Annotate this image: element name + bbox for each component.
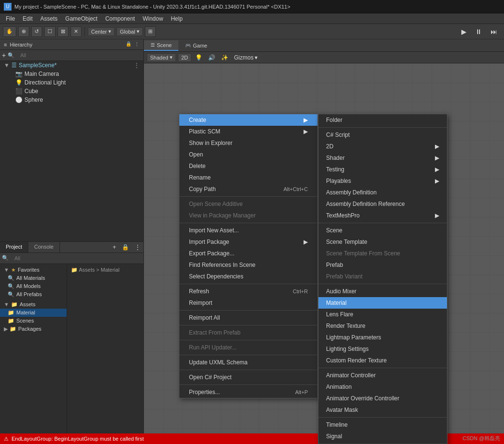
sub-playables[interactable]: Playables ▶ [318, 175, 447, 187]
sub-avatar-mask[interactable]: Avatar Mask [318, 404, 447, 416]
sub-shader[interactable]: Shader ▶ [318, 152, 447, 164]
tool-rotate[interactable]: ↺ [31, 26, 42, 37]
ctx-select-dependencies[interactable]: Select Dependencies [179, 271, 317, 282]
tool-hand[interactable]: ✋ [3, 26, 16, 37]
menu-help[interactable]: Help [167, 14, 187, 23]
play-button[interactable]: ▶ [457, 27, 470, 36]
scenes-folder-item[interactable]: 📁 Scenes [0, 317, 67, 325]
sub-scene-template[interactable]: Scene Template [318, 236, 447, 248]
hierarchy-item-samplescene[interactable]: ▼ ☰ SampleScene* ⋮ [0, 61, 143, 70]
ctx-properties[interactable]: Properties... Alt+P [179, 386, 317, 398]
sub-lens-flare[interactable]: Lens Flare [318, 309, 447, 320]
ctx-sep-5 [179, 325, 317, 325]
step-button[interactable]: ⏭ [487, 27, 501, 36]
ctx-open-csharp[interactable]: Open C# Project [179, 372, 317, 383]
tab-project[interactable]: Project [0, 242, 28, 252]
assets-group[interactable]: ▼ 📁 Assets [0, 300, 67, 309]
sub-testing[interactable]: Testing ▶ [318, 164, 447, 175]
tool-scale[interactable]: ☐ [44, 26, 56, 37]
project-lock-icon[interactable]: 🔒 [119, 242, 132, 252]
global-dropdown[interactable]: Global ▾ [117, 27, 143, 36]
2d-button[interactable]: 2D [178, 53, 191, 62]
tool-move[interactable]: ⊕ [18, 26, 29, 37]
sub-scene[interactable]: Scene [318, 225, 447, 236]
ctx-export-package[interactable]: Export Package... [179, 248, 317, 259]
menu-window[interactable]: Window [139, 14, 167, 23]
sub-signal[interactable]: Signal [318, 431, 447, 442]
tool-rect[interactable]: ⊠ [58, 26, 69, 37]
effects-toggle[interactable]: ✨ [219, 54, 230, 61]
project-dots[interactable]: ⋮ [132, 242, 143, 252]
ctx-rename[interactable]: Rename [179, 172, 317, 183]
sub-assembly-def-ref[interactable]: Assembly Definition Reference [318, 198, 447, 210]
sub-folder[interactable]: Folder [318, 114, 447, 126]
pause-button[interactable]: ⏸ [471, 27, 486, 36]
tool-transform[interactable]: ✕ [70, 26, 82, 37]
add-hierarchy-button[interactable]: + [2, 51, 6, 59]
add-project-button[interactable]: + [110, 242, 119, 252]
sub-animator-controller[interactable]: Animator Controller [318, 370, 447, 381]
ctx-import-new-asset[interactable]: Import New Asset... [179, 225, 317, 236]
sub-render-texture[interactable]: Render Texture [318, 320, 447, 332]
sub-animator-override-controller[interactable]: Animator Override Controller [318, 393, 447, 404]
scene-icon: ☰ [12, 62, 17, 69]
tab-game[interactable]: 🎮 Game [178, 41, 214, 50]
grid-button[interactable]: ⊞ [145, 26, 156, 37]
ctx-sep-7 [179, 355, 317, 355]
all-prefabs-item[interactable]: 🔍 All Prefabs [0, 290, 67, 299]
packages-group[interactable]: ▶ 📁 Packages [0, 325, 67, 333]
sub-custom-render-texture[interactable]: Custom Render Texture [318, 355, 447, 366]
sub-audio-mixer[interactable]: Audio Mixer [318, 286, 447, 297]
hierarchy-item-maincamera[interactable]: 📷 Main Camera [0, 70, 143, 78]
light-toggle[interactable]: 💡 [193, 54, 204, 61]
ctx-reimport[interactable]: Reimport [179, 297, 317, 309]
ctx-reimport-all[interactable]: Reimport All [179, 312, 317, 324]
sub-lightmap-params[interactable]: Lightmap Parameters [318, 332, 447, 343]
ctx-show-explorer[interactable]: Show in Explorer [179, 137, 317, 149]
all-prefabs-label: All Prefabs [16, 291, 42, 297]
sub-timeline[interactable]: Timeline [318, 419, 447, 431]
ctx-import-package[interactable]: Import Package ▶ [179, 236, 317, 248]
sub-testing-arrow: ▶ [435, 166, 439, 173]
sub-textmeshpro[interactable]: TextMeshPro ▶ [318, 210, 447, 221]
global-label: Global [120, 29, 135, 35]
menu-file[interactable]: File [2, 14, 19, 23]
sub-2d[interactable]: 2D ▶ [318, 141, 447, 152]
sub-assembly-def[interactable]: Assembly Definition [318, 187, 447, 198]
sub-material[interactable]: Material [318, 297, 447, 309]
menu-edit[interactable]: Edit [19, 14, 36, 23]
ctx-update-uxml[interactable]: Update UXML Schema [179, 357, 317, 368]
ctx-find-references[interactable]: Find References In Scene [179, 259, 317, 271]
hierarchy-dots[interactable]: ⋮ [134, 41, 140, 48]
sub-animation[interactable]: Animation [318, 381, 447, 393]
tab-scene[interactable]: ☰ Scene [144, 40, 178, 51]
all-models-item[interactable]: 🔍 All Models [0, 282, 67, 290]
sub-csharp-script[interactable]: C# Script [318, 129, 447, 141]
hierarchy-item-cube[interactable]: ⬛ Cube [0, 87, 143, 96]
hierarchy-item-directionallight[interactable]: 💡 Directional Light [0, 78, 143, 87]
ctx-open[interactable]: Open [179, 149, 317, 160]
project-search[interactable] [11, 254, 141, 263]
ctx-copy-path[interactable]: Copy Path Alt+Ctrl+C [179, 183, 317, 195]
favorites-group[interactable]: ▼ ★ Favorites [0, 266, 67, 274]
sub-lighting-settings[interactable]: Lighting Settings [318, 343, 447, 355]
menu-assets[interactable]: Assets [36, 14, 61, 23]
hierarchy-item-sphere[interactable]: ⚪ Sphere [0, 96, 143, 104]
menu-component[interactable]: Component [101, 14, 139, 23]
ctx-delete[interactable]: Delete [179, 160, 317, 172]
gizmos-dropdown[interactable]: Gizmos ▾ [232, 54, 259, 61]
hierarchy-search[interactable] [16, 51, 141, 60]
lock-icon[interactable]: 🔒 [126, 41, 131, 48]
menu-gameobject[interactable]: GameObject [61, 14, 101, 23]
scene-dots[interactable]: ⋮ [134, 62, 140, 69]
sub-prefab[interactable]: Prefab [318, 259, 447, 271]
audio-toggle[interactable]: 🔊 [206, 54, 217, 61]
ctx-refresh[interactable]: Refresh Ctrl+R [179, 286, 317, 297]
ctx-plastic-scm[interactable]: Plastic SCM ▶ [179, 126, 317, 137]
material-folder-item[interactable]: 📁 Material [0, 309, 67, 317]
ctx-create[interactable]: Create ▶ [179, 114, 317, 126]
shading-dropdown[interactable]: Shaded ▾ [147, 53, 176, 62]
all-materials-item[interactable]: 🔍 All Materials [0, 274, 67, 282]
center-dropdown[interactable]: Center ▾ [88, 27, 115, 36]
tab-console[interactable]: Console [28, 242, 59, 252]
